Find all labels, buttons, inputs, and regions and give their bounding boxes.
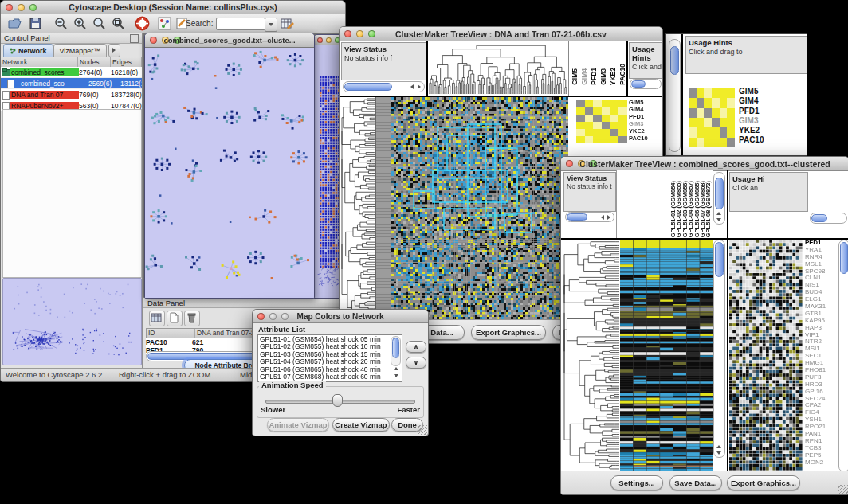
column-label[interactable]: GIM3 <box>599 68 607 85</box>
row-label[interactable]: GIM5 <box>629 99 662 106</box>
list-vscrollbar[interactable] <box>391 336 401 366</box>
move-down-button[interactable]: ∨ <box>406 357 426 369</box>
matrix-cell[interactable] <box>697 108 705 118</box>
matrix-cell[interactable] <box>704 118 712 127</box>
attribute-item[interactable]: GPL51-07 (GSM868) heat shock 60 min <box>260 373 391 381</box>
scroll-up-icon[interactable] <box>716 212 721 215</box>
treeview1-titlebar[interactable]: ClusterMaker TreeView : DNA and Tran 07-… <box>340 27 662 41</box>
column-label[interactable]: YKE2 <box>609 68 617 85</box>
main-titlebar[interactable]: Cytoscape Desktop (Session Name: collins… <box>1 1 345 14</box>
matrix-cell[interactable] <box>618 136 627 143</box>
row-label[interactable]: GIM3 <box>739 116 803 126</box>
new-attribute-icon[interactable] <box>167 311 183 326</box>
scrollbar-thumb[interactable] <box>670 46 679 75</box>
matrix-cell[interactable] <box>720 127 728 137</box>
matrix-cell[interactable] <box>704 88 712 98</box>
node-chart-icon[interactable] <box>157 16 172 31</box>
row-label[interactable]: PAC10 <box>629 135 662 142</box>
matrix-cell[interactable] <box>727 98 735 107</box>
network-list-row[interactable]: DNA and Tran 07769(0)183728(0) <box>1 89 142 100</box>
resize-grip[interactable] <box>838 485 848 494</box>
table-edit-icon[interactable] <box>280 16 295 31</box>
matrix-cell[interactable] <box>585 100 594 107</box>
close-icon[interactable] <box>317 37 323 43</box>
row-label[interactable]: GIM3 <box>629 120 662 127</box>
row-dendrogram[interactable] <box>563 240 619 471</box>
matrix-cell[interactable] <box>727 88 735 98</box>
matrix-cell[interactable] <box>576 129 585 136</box>
speed-slider-thumb[interactable] <box>332 394 343 407</box>
zoom-heatmap[interactable] <box>729 240 803 471</box>
heatmap[interactable] <box>391 97 568 319</box>
scroll-right-icon[interactable] <box>607 215 610 220</box>
network1-canvas[interactable] <box>145 47 314 298</box>
dialog-titlebar[interactable]: Map Colors to Network <box>253 310 428 323</box>
matrix-cell[interactable] <box>610 115 619 122</box>
matrix-cell[interactable] <box>593 115 602 122</box>
matrix-cell[interactable] <box>576 115 585 122</box>
delete-attribute-icon[interactable] <box>184 311 200 326</box>
col-edges[interactable]: Edges <box>111 57 142 67</box>
matrix-cell[interactable] <box>610 122 619 129</box>
animate-vizmap-button[interactable]: Animate Vizmap <box>267 418 329 432</box>
matrix-cell[interactable] <box>585 136 594 143</box>
search-input[interactable] <box>216 18 265 30</box>
matrix-cell[interactable] <box>585 107 594 115</box>
scrollbar-thumb[interactable] <box>840 242 848 274</box>
attribute-item[interactable]: GPL51-01 (GSM854) heat shock 05 min <box>260 336 391 343</box>
scrollbar-thumb[interactable] <box>567 213 587 221</box>
scrollbar-thumb[interactable] <box>715 178 724 209</box>
col-nodes[interactable]: Nodes <box>78 57 111 67</box>
matrix-cell[interactable] <box>712 118 720 127</box>
resize-grip[interactable] <box>418 425 427 435</box>
settings-button[interactable]: Settings... <box>610 475 663 490</box>
matrix-cell[interactable] <box>712 108 720 118</box>
matrix-cell[interactable] <box>576 107 585 115</box>
column-label[interactable]: GIM5 <box>571 68 579 85</box>
similarity-matrix-zoom[interactable] <box>689 88 735 147</box>
matrix-cell[interactable] <box>704 127 712 137</box>
matrix-cell[interactable] <box>720 118 728 127</box>
column-label[interactable]: GIM4 <box>580 68 588 85</box>
matrix-cell[interactable] <box>610 136 619 143</box>
col-id[interactable]: ID <box>147 329 195 338</box>
matrix-cell[interactable] <box>602 136 610 143</box>
matrix-cell[interactable] <box>712 88 720 98</box>
row-label[interactable]: PFD1 <box>739 107 803 116</box>
scroll-right-icon[interactable] <box>418 84 421 89</box>
hints-scrollbar[interactable] <box>630 79 662 89</box>
matrix-cell[interactable] <box>727 118 735 127</box>
attribute-item[interactable]: GPL51-04 (GSM857) heat shock 20 min <box>260 358 391 365</box>
matrix-cell[interactable] <box>602 100 610 107</box>
matrix-cell[interactable] <box>697 118 705 127</box>
zoom-fit-icon[interactable] <box>111 16 126 31</box>
heatmap[interactable] <box>620 240 713 471</box>
matrix-cell[interactable] <box>576 100 585 107</box>
row-dendrogram[interactable] <box>341 97 375 319</box>
matrix-cell[interactable] <box>720 108 728 118</box>
matrix-cell[interactable] <box>689 138 697 147</box>
matrix-cell[interactable] <box>585 115 594 122</box>
zoom-actual-icon[interactable] <box>92 16 107 31</box>
matrix-cell[interactable] <box>689 118 697 127</box>
matrix-cell[interactable] <box>712 127 720 137</box>
row-label[interactable]: PFD1 <box>629 113 662 120</box>
matrix-cell[interactable] <box>720 88 728 98</box>
matrix-cell[interactable] <box>727 127 735 137</box>
search-dropdown-button[interactable] <box>265 18 277 32</box>
network-list-row[interactable]: combined_scores2764(0)16218(0) <box>1 67 142 78</box>
attribute-table-icon[interactable] <box>149 311 165 326</box>
side-vscrollbar[interactable] <box>669 39 681 152</box>
save-data-button[interactable]: Save Data... <box>669 475 722 490</box>
matrix-cell[interactable] <box>618 100 627 107</box>
treeview2-titlebar[interactable]: ClusterMaker TreeView : combined_scores_… <box>561 157 848 171</box>
network-list-row[interactable]: combined_sco2569(6)13112(15) <box>1 78 142 89</box>
scrollbar-thumb[interactable] <box>811 214 827 222</box>
matrix-cell[interactable] <box>697 138 705 147</box>
export-graphics-button[interactable]: Export Graphics... <box>727 475 800 490</box>
tab-network[interactable]: Network <box>3 44 53 57</box>
network-overview-minimap[interactable] <box>2 278 142 365</box>
scroll-down-icon[interactable] <box>716 218 721 221</box>
matrix-cell[interactable] <box>618 107 627 115</box>
matrix-cell[interactable] <box>610 129 619 136</box>
